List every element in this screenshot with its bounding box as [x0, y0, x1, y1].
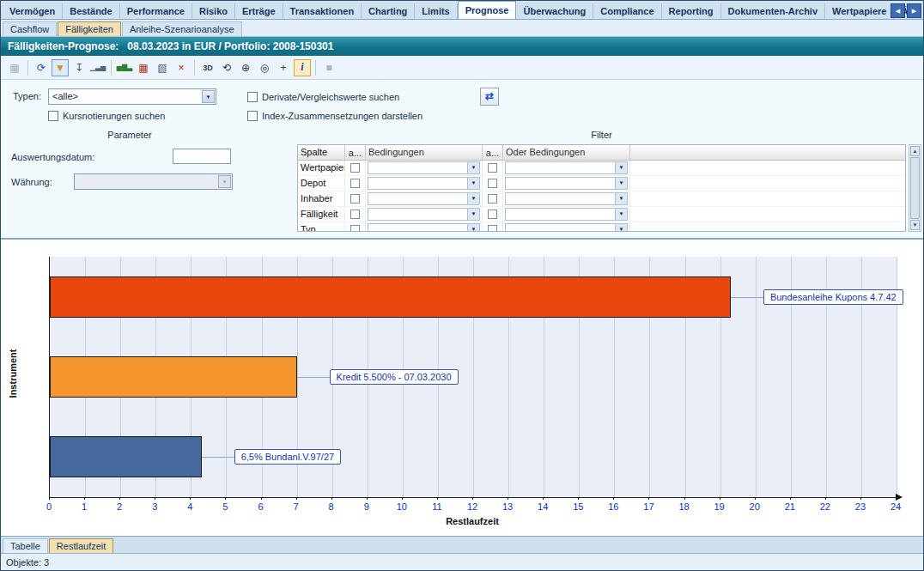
chevron-down-icon[interactable]: ▼: [615, 209, 627, 220]
checkbox-icon[interactable]: [488, 179, 497, 188]
oder-bedingungen-dropdown[interactable]: ▼: [505, 177, 628, 190]
tab-vermoegen[interactable]: Vermögen: [3, 3, 63, 19]
tab-ertraege[interactable]: Erträge: [235, 3, 283, 19]
oder-bedingungen-dropdown[interactable]: ▼: [505, 223, 628, 232]
x-tick-label: 17: [643, 501, 653, 512]
multi-bar-chart-icon[interactable]: ▅▇▃: [116, 59, 133, 76]
chevron-down-icon[interactable]: ▼: [467, 193, 479, 204]
checkbox-icon[interactable]: [48, 111, 58, 121]
checkbox-icon[interactable]: [350, 163, 360, 173]
filter-table-scrollbar[interactable]: ▲ ▼: [909, 144, 921, 232]
histogram-icon[interactable]: ▁▃▅: [89, 59, 106, 76]
search-refresh-button[interactable]: ⇄: [480, 88, 499, 106]
chevron-down-icon[interactable]: ▼: [202, 90, 215, 103]
chevron-down-icon[interactable]: ▼: [615, 224, 627, 232]
derivate-checkbox[interactable]: Derivate/Vergleichswerte suchen: [247, 92, 399, 102]
tab-reporting[interactable]: Reporting: [662, 3, 721, 19]
scrollbar-thumb[interactable]: [910, 157, 920, 219]
bedingungen-dropdown[interactable]: ▼: [368, 223, 480, 232]
chevron-down-icon[interactable]: ▼: [467, 178, 479, 189]
scroll-up-icon[interactable]: ▲: [910, 146, 920, 156]
bedingungen-cell: ▼: [366, 161, 483, 175]
info-icon[interactable]: i: [294, 59, 311, 76]
checkbox-icon[interactable]: [350, 225, 360, 232]
bedingungen-dropdown[interactable]: ▼: [368, 192, 480, 205]
delete-icon[interactable]: ×: [173, 59, 190, 76]
tab-transaktionen[interactable]: Transaktionen: [283, 3, 362, 19]
bedingungen-dropdown[interactable]: ▼: [368, 208, 480, 221]
checkbox-icon[interactable]: [350, 179, 360, 188]
auswertungsdatum-input[interactable]: [173, 149, 231, 164]
oder-checkbox-cell: [483, 207, 503, 222]
bedingungen-dropdown[interactable]: ▼: [368, 161, 480, 174]
spalte-cell: Typ: [298, 222, 345, 232]
checkbox-icon[interactable]: [350, 210, 360, 219]
subtab-cashflow[interactable]: Cashflow: [3, 21, 57, 36]
tab-bestaende[interactable]: Bestände: [63, 3, 120, 19]
toolbar-separator: [194, 60, 195, 76]
page-title: Fälligkeiten-Prognose: 08.03.2023 in EUR…: [1, 37, 923, 56]
bottom-tab-tabelle[interactable]: Tabelle: [3, 538, 48, 553]
chevron-down-icon[interactable]: ▼: [467, 162, 479, 173]
oder-bedingungen-cell: ▼: [503, 191, 630, 206]
checkbox-icon[interactable]: [247, 92, 258, 102]
x-tick-label: 2: [117, 501, 122, 512]
sub-tab-bar: CashflowFälligkeitenAnleihe-Szenarioanal…: [1, 20, 923, 37]
checkbox-icon[interactable]: [488, 210, 497, 219]
chart-remove-icon[interactable]: ▦: [135, 59, 152, 76]
x-tick-label: 8: [329, 501, 334, 512]
tab-dokumenten-archiv[interactable]: Dokumenten-Archiv: [721, 3, 826, 19]
kursnotierungen-checkbox[interactable]: Kursnotierungen suchen: [48, 111, 165, 121]
refresh-icon[interactable]: ⟳: [33, 59, 50, 76]
bottom-tab-restlaufzeit[interactable]: Restlaufzeit: [49, 538, 113, 553]
typen-dropdown[interactable]: <alle> ▼: [48, 88, 216, 105]
chevron-down-icon[interactable]: ▼: [467, 224, 479, 232]
index-checkbox[interactable]: Index-Zusammensetzungen darstellen: [247, 111, 422, 121]
scroll-down-icon[interactable]: ▼: [910, 220, 920, 230]
oder-bedingungen-dropdown[interactable]: ▼: [505, 208, 628, 221]
bar-6-5-bundanl-v-97-27[interactable]: [50, 436, 202, 477]
filter-table-header: Spaltea...Bedingungena...Oder Bedingunge…: [298, 145, 905, 161]
chevron-down-icon[interactable]: ▼: [615, 162, 627, 173]
tab-scroll-right-button[interactable]: ▶: [907, 3, 921, 18]
chart-toolbar: ▦⟳▼↧▁▃▅▅▇▃▦▧×3D⟲⊕◎+i■: [1, 56, 923, 80]
chart-grid-icon[interactable]: ▧: [154, 59, 171, 76]
tab-risiko[interactable]: Risiko: [192, 3, 235, 19]
checkbox-icon[interactable]: [488, 225, 497, 232]
chevron-down-icon[interactable]: ▼: [615, 193, 627, 204]
tab-prognose[interactable]: Prognose: [458, 1, 517, 20]
checkbox-icon[interactable]: [488, 163, 497, 173]
oder-bedingungen-dropdown[interactable]: ▼: [505, 161, 628, 174]
axes-icon[interactable]: ⊕: [237, 59, 254, 76]
tab-charting[interactable]: Charting: [362, 3, 415, 19]
table-row-typ: Typ▼▼: [298, 222, 905, 232]
bar-bundesanleihe-kupons-4-7-42[interactable]: [50, 276, 731, 318]
tab-performance[interactable]: Performance: [120, 3, 192, 19]
subtab-faelligkeiten[interactable]: Fälligkeiten: [58, 21, 121, 36]
checkbox-icon[interactable]: [488, 194, 497, 203]
tab-wertpapiere[interactable]: Wertpapiere: [825, 3, 894, 19]
chart-filter-icon[interactable]: ▼: [52, 59, 69, 76]
tab-scroll-left-button[interactable]: ◀: [891, 3, 905, 18]
3d-icon[interactable]: 3D: [199, 59, 216, 76]
checkbox-icon[interactable]: [350, 194, 360, 203]
zoom-icon[interactable]: ◎: [256, 59, 273, 76]
oder-checkbox-cell: [483, 191, 503, 206]
column-header-a: a...: [483, 145, 503, 160]
chevron-down-icon[interactable]: ▼: [467, 209, 479, 220]
chart-down-icon[interactable]: ↧: [70, 59, 88, 76]
bedingungen-cell: ▼: [366, 176, 483, 191]
toolbar-separator: [27, 60, 28, 76]
chevron-down-icon[interactable]: ▼: [615, 178, 627, 189]
bar-kredit-5-500-07-03-2030[interactable]: [50, 356, 297, 398]
x-tick-label: 7: [294, 501, 299, 512]
tab-limits[interactable]: Limits: [415, 3, 457, 19]
subtab-anleihe-szenarioanalyse[interactable]: Anleihe-Szenarioanalyse: [122, 21, 242, 36]
add-icon[interactable]: +: [275, 59, 292, 76]
rotate-icon[interactable]: ⟲: [218, 59, 235, 76]
checkbox-icon[interactable]: [247, 111, 258, 121]
tab-compliance[interactable]: Compliance: [593, 3, 661, 19]
tab-ueberwachung[interactable]: Überwachung: [516, 3, 593, 19]
bedingungen-dropdown[interactable]: ▼: [368, 177, 480, 190]
oder-bedingungen-dropdown[interactable]: ▼: [505, 192, 628, 205]
